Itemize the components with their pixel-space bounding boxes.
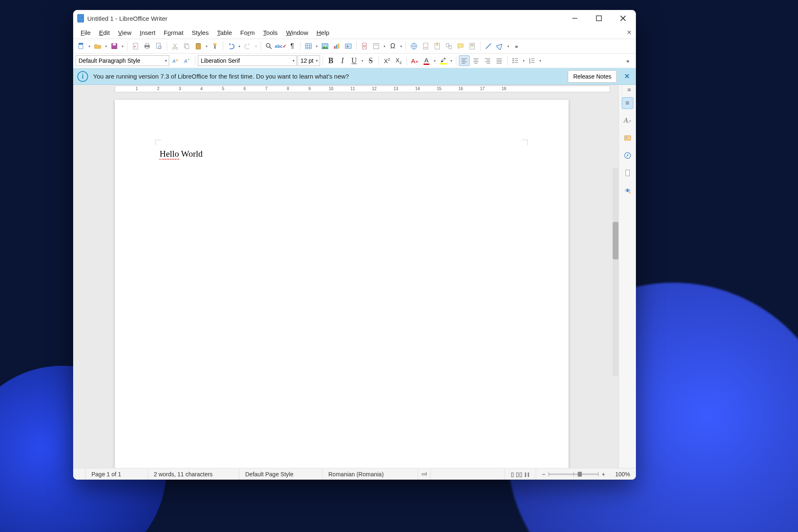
font-color-dropdown[interactable]: ▾ xyxy=(433,59,437,63)
insert-chart-icon[interactable] xyxy=(331,41,342,52)
vertical-scrollbar[interactable] xyxy=(613,168,618,376)
copy-icon[interactable] xyxy=(181,41,192,52)
numbered-list-icon[interactable]: 123 xyxy=(527,55,537,66)
zoom-percent[interactable]: 100% xyxy=(611,468,636,480)
align-left-icon[interactable] xyxy=(459,55,470,66)
menu-insert[interactable]: Insert xyxy=(135,27,160,38)
bullet-dropdown[interactable]: ▾ xyxy=(522,59,526,63)
menu-edit[interactable]: Edit xyxy=(95,27,114,38)
status-page[interactable]: Page 1 of 1 xyxy=(86,468,148,480)
menu-file[interactable]: File xyxy=(76,27,95,38)
zoom-knob[interactable] xyxy=(578,472,582,477)
shapes-dropdown[interactable]: ▾ xyxy=(506,44,510,48)
print-preview-icon[interactable] xyxy=(153,41,164,52)
close-button[interactable] xyxy=(611,10,635,27)
undo-dropdown[interactable]: ▾ xyxy=(237,44,241,48)
document-area[interactable]: ⌐ 1 2 3 4 5 6 7 8 9 10 11 12 13 14 15 16… xyxy=(73,85,618,468)
new-document-icon[interactable] xyxy=(76,41,86,52)
font-name-combo[interactable]: Liberation Serif▾ xyxy=(198,55,297,66)
italic-button[interactable]: I xyxy=(337,55,348,66)
undo-icon[interactable] xyxy=(226,41,236,52)
paragraph-style-combo[interactable]: Default Paragraph Style▾ xyxy=(76,55,169,66)
special-char-dropdown[interactable]: ▾ xyxy=(399,44,403,48)
insert-textbox-icon[interactable]: A xyxy=(343,41,354,52)
bullet-list-icon[interactable] xyxy=(510,55,521,66)
release-notes-button[interactable]: Release Notes xyxy=(568,70,617,83)
horizontal-ruler[interactable]: 1 2 3 4 5 6 7 8 9 10 11 12 13 14 15 16 1… xyxy=(73,85,618,94)
spellcheck-icon[interactable]: abc✓ xyxy=(275,41,286,52)
menu-form[interactable]: Form xyxy=(236,27,259,38)
toolbar-more-icon[interactable]: » xyxy=(511,41,522,52)
redo-icon[interactable] xyxy=(242,41,253,52)
zoom-out-button[interactable]: − xyxy=(542,471,545,478)
formatting-marks-icon[interactable]: ¶ xyxy=(287,41,298,52)
zoom-controls[interactable]: − + xyxy=(536,468,611,480)
new-style-icon[interactable]: A+ xyxy=(182,55,192,66)
clone-formatting-icon[interactable] xyxy=(209,41,220,52)
font-size-combo[interactable]: 12 pt▾ xyxy=(298,55,320,66)
track-changes-icon[interactable] xyxy=(467,41,478,52)
menu-format[interactable]: Format xyxy=(160,27,188,38)
close-document-button[interactable]: ✕ xyxy=(627,29,632,36)
update-style-icon[interactable]: A xyxy=(170,55,181,66)
insert-page-break-icon[interactable] xyxy=(359,41,370,52)
menu-tools[interactable]: Tools xyxy=(259,27,282,38)
sidebar-inspector-icon[interactable] xyxy=(622,185,633,196)
paste-icon[interactable] xyxy=(193,41,204,52)
sidebar-page-icon[interactable] xyxy=(622,167,633,179)
sidebar-styles-icon[interactable]: A↗ xyxy=(622,115,633,126)
cut-icon[interactable] xyxy=(170,41,180,52)
new-dropdown[interactable]: ▾ xyxy=(87,44,91,48)
basic-shapes-icon[interactable] xyxy=(495,41,505,52)
underline-button[interactable]: U xyxy=(349,55,360,66)
font-color-icon[interactable]: A xyxy=(421,55,432,66)
insert-field-icon[interactable] xyxy=(371,41,382,52)
sidebar-settings-icon[interactable]: ≡ xyxy=(622,85,636,95)
zoom-in-button[interactable]: + xyxy=(602,471,605,478)
maximize-button[interactable] xyxy=(587,10,611,27)
superscript-button[interactable]: X2 xyxy=(382,55,392,66)
status-selection-mode[interactable] xyxy=(431,468,505,480)
sidebar-navigator-icon[interactable] xyxy=(622,150,633,161)
save-dropdown[interactable]: ▾ xyxy=(121,44,125,48)
justify-icon[interactable] xyxy=(494,55,505,66)
insert-cross-ref-icon[interactable] xyxy=(443,41,454,52)
menu-help[interactable]: Help xyxy=(313,27,334,38)
menu-window[interactable]: Window xyxy=(282,27,312,38)
open-icon[interactable] xyxy=(92,41,103,52)
sidebar-properties-icon[interactable]: ≡ xyxy=(622,97,633,109)
status-save-icon[interactable] xyxy=(73,468,86,480)
status-view-layout[interactable]: ▯▯▯⫿⫿ xyxy=(505,468,536,480)
align-center-icon[interactable] xyxy=(470,55,481,66)
find-replace-icon[interactable] xyxy=(264,41,274,52)
insert-line-icon[interactable] xyxy=(483,41,494,52)
insert-hyperlink-icon[interactable] xyxy=(409,41,419,52)
insert-bookmark-icon[interactable] xyxy=(432,41,443,52)
redo-dropdown[interactable]: ▾ xyxy=(254,44,258,48)
print-icon[interactable] xyxy=(142,41,153,52)
scrollbar-thumb[interactable] xyxy=(613,222,618,259)
menu-styles[interactable]: Styles xyxy=(187,27,213,38)
zoom-slider[interactable] xyxy=(549,473,598,475)
menu-view[interactable]: View xyxy=(114,27,135,38)
status-page-style[interactable]: Default Page Style xyxy=(239,468,323,480)
subscript-button[interactable]: X2 xyxy=(393,55,404,66)
clear-formatting-icon[interactable]: A✕ xyxy=(409,55,420,66)
field-dropdown[interactable]: ▾ xyxy=(382,44,387,48)
minimize-button[interactable] xyxy=(563,10,587,27)
menu-table[interactable]: Table xyxy=(213,27,236,38)
open-dropdown[interactable]: ▾ xyxy=(104,44,108,48)
insert-image-icon[interactable] xyxy=(320,41,330,52)
status-language[interactable]: Romanian (Romania) xyxy=(323,468,418,480)
numbered-dropdown[interactable]: ▾ xyxy=(538,59,542,63)
export-pdf-icon[interactable]: P xyxy=(130,41,141,52)
sidebar-gallery-icon[interactable] xyxy=(622,132,633,144)
align-right-icon[interactable] xyxy=(482,55,493,66)
infobar-close-button[interactable]: ✕ xyxy=(622,72,632,80)
bold-button[interactable]: B xyxy=(325,55,336,66)
table-dropdown[interactable]: ▾ xyxy=(315,44,319,48)
document-text[interactable]: Hello World xyxy=(160,149,203,159)
insert-footnote-icon[interactable] xyxy=(420,41,431,52)
paste-dropdown[interactable]: ▾ xyxy=(204,44,209,48)
titlebar[interactable]: Untitled 1 - LibreOffice Writer xyxy=(73,10,636,27)
